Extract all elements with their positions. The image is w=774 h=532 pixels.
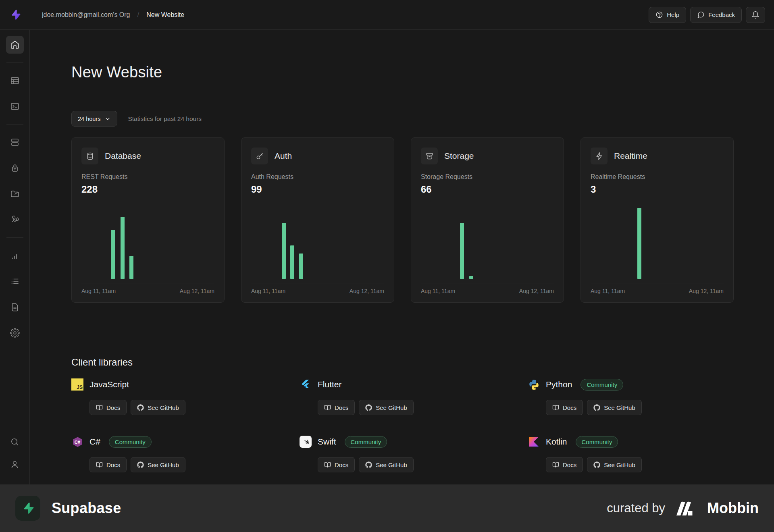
footer-curator-group: curated by Mobbin: [607, 500, 759, 517]
page-title: New Website: [71, 64, 774, 81]
axis-start-label: Aug 11, 11am: [421, 288, 455, 294]
docs-label: Docs: [106, 461, 120, 468]
sidebar-divider: [6, 124, 23, 125]
notifications-button[interactable]: [746, 7, 765, 23]
bell-icon: [751, 11, 759, 19]
library-swift: Swift Community Docs See GitHub: [300, 436, 528, 472]
metric-label: Storage Requests: [421, 173, 554, 181]
library-name: Swift: [318, 437, 336, 447]
chart-bar: [111, 230, 115, 279]
sidebar-item-logs[interactable]: [6, 272, 24, 290]
metric-value: 228: [81, 184, 214, 195]
sidebar-item-search[interactable]: [6, 433, 24, 451]
sidebar-item-database[interactable]: [6, 133, 24, 151]
chart-bar: [282, 223, 286, 279]
chevron-down-icon: [104, 116, 111, 122]
key-icon: [251, 148, 268, 164]
github-icon: [137, 461, 144, 468]
library-header: Python Community: [528, 378, 756, 391]
sidebar-item-home[interactable]: [6, 36, 24, 54]
chart-bar: [299, 254, 303, 279]
book-open-icon: [96, 461, 103, 468]
main-content: New Website 24 hours Statistics for past…: [30, 30, 774, 472]
chart-axis: Aug 11, 11am Aug 12, 11am: [81, 283, 214, 294]
sidebar-item-account[interactable]: [6, 455, 24, 473]
axis-start-label: Aug 11, 11am: [251, 288, 285, 294]
card-title: Database: [105, 151, 141, 161]
sidebar-bottom: [6, 433, 24, 478]
stat-card-database[interactable]: Database REST Requests 228 Aug 11, 11am …: [71, 137, 225, 303]
stat-card-auth[interactable]: Auth Auth Requests 99 Aug 11, 11am Aug 1…: [241, 137, 394, 303]
storage-requests-chart: [421, 204, 554, 279]
docs-button[interactable]: Docs: [546, 400, 583, 415]
stat-card-storage[interactable]: Storage Storage Requests 66 Aug 11, 11am…: [411, 137, 564, 303]
edge-functions-icon: [10, 215, 20, 224]
sidebar-item-settings[interactable]: [6, 324, 24, 342]
database-requests-chart: [81, 204, 214, 279]
library-python: Python Community Docs See GitHub: [528, 378, 756, 415]
account-icon: [10, 460, 19, 469]
library-name: C#: [89, 437, 100, 447]
sidebar-item-docs[interactable]: [6, 298, 24, 316]
feedback-bubble-icon: [697, 11, 705, 19]
library-name: Kotlin: [546, 437, 567, 447]
docs-button[interactable]: Docs: [318, 400, 355, 415]
github-label: See GitHub: [604, 461, 635, 468]
card-title: Realtime: [614, 151, 647, 161]
sidebar-item-sql-editor[interactable]: [6, 98, 24, 115]
github-label: See GitHub: [376, 404, 407, 411]
docs-label: Docs: [335, 461, 348, 468]
feedback-label: Feedback: [708, 11, 735, 18]
see-github-button[interactable]: See GitHub: [359, 457, 414, 472]
library-buttons: Docs See GitHub: [318, 457, 528, 472]
stat-card-realtime[interactable]: Realtime Realtime Requests 3 Aug 11, 11a…: [580, 137, 734, 303]
chart-axis: Aug 11, 11am Aug 12, 11am: [591, 283, 724, 294]
library-buttons: Docs See GitHub: [89, 400, 300, 415]
card-title: Storage: [444, 151, 474, 161]
docs-label: Docs: [563, 461, 576, 468]
auth-lock-icon: [10, 163, 20, 173]
storage-icon: [10, 189, 20, 199]
library-flutter: Flutter Docs See GitHub: [300, 378, 528, 415]
breadcrumb-project[interactable]: New Website: [146, 11, 184, 19]
docs-label: Docs: [106, 404, 120, 411]
see-github-button[interactable]: See GitHub: [587, 457, 642, 472]
logs-icon: [10, 276, 20, 286]
see-github-button[interactable]: See GitHub: [587, 400, 642, 415]
breadcrumb-org[interactable]: jdoe.mobbin@gmail.com's Org: [42, 11, 130, 19]
github-label: See GitHub: [604, 404, 635, 411]
docs-button[interactable]: Docs: [546, 457, 583, 472]
github-icon: [593, 404, 600, 411]
github-label: See GitHub: [376, 461, 407, 468]
book-open-icon: [552, 461, 559, 468]
sidebar-item-edge-functions[interactable]: [6, 211, 24, 229]
github-icon: [137, 404, 144, 411]
supabase-bolt-icon[interactable]: [0, 0, 30, 30]
help-button[interactable]: Help: [649, 7, 686, 23]
docs-button[interactable]: Docs: [318, 457, 355, 472]
feedback-button[interactable]: Feedback: [690, 7, 742, 23]
axis-end-label: Aug 12, 11am: [180, 288, 214, 294]
library-buttons: Docs See GitHub: [546, 400, 756, 415]
axis-start-label: Aug 11, 11am: [81, 288, 116, 294]
client-libraries-heading: Client libraries: [71, 357, 774, 368]
docs-button[interactable]: Docs: [89, 457, 127, 472]
sidebar-divider: [6, 237, 23, 238]
sidebar-item-storage[interactable]: [6, 185, 24, 203]
see-github-button[interactable]: See GitHub: [131, 400, 185, 415]
sidebar-item-auth[interactable]: [6, 159, 24, 177]
docs-button[interactable]: Docs: [89, 400, 127, 415]
metric-value: 3: [591, 184, 724, 195]
docs-label: Docs: [335, 404, 348, 411]
chart-bar: [290, 245, 294, 279]
library-name: Python: [546, 380, 572, 389]
community-badge: Community: [580, 379, 623, 391]
library-buttons: Docs See GitHub: [318, 400, 528, 415]
library-name: Flutter: [318, 380, 342, 389]
see-github-button[interactable]: See GitHub: [131, 457, 185, 472]
community-badge: Community: [345, 436, 387, 448]
sidebar-item-reports[interactable]: [6, 247, 24, 264]
sidebar-item-table-editor[interactable]: [6, 72, 24, 89]
time-range-dropdown[interactable]: 24 hours: [71, 111, 117, 127]
see-github-button[interactable]: See GitHub: [359, 400, 414, 415]
